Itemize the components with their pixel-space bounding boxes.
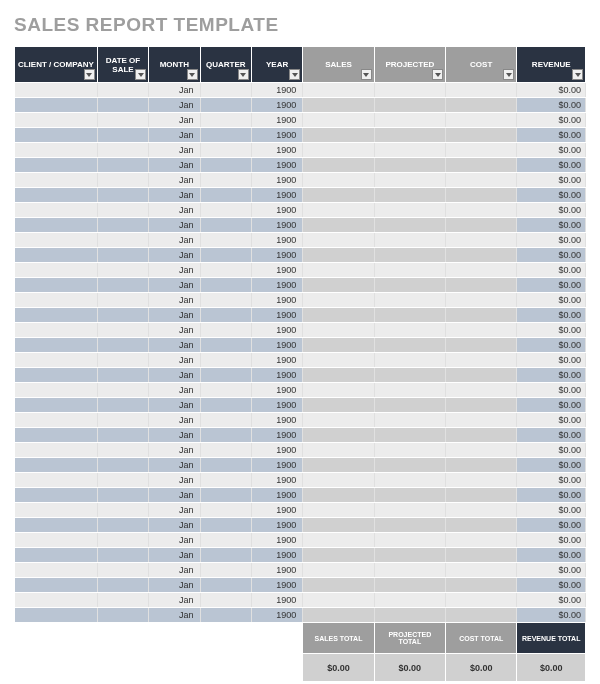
filter-icon[interactable] <box>135 69 146 80</box>
cell-month[interactable]: Jan <box>149 128 200 143</box>
cell-cost[interactable] <box>446 398 517 413</box>
cell-cost[interactable] <box>446 473 517 488</box>
cell-date[interactable] <box>97 128 148 143</box>
cell-quarter[interactable] <box>200 173 251 188</box>
cell-projected[interactable] <box>374 488 445 503</box>
cell-revenue[interactable]: $0.00 <box>517 218 586 233</box>
table-row[interactable]: Jan1900$0.00 <box>15 263 586 278</box>
cell-sales[interactable] <box>303 503 374 518</box>
cell-date[interactable] <box>97 503 148 518</box>
cell-revenue[interactable]: $0.00 <box>517 413 586 428</box>
table-row[interactable]: Jan1900$0.00 <box>15 533 586 548</box>
cell-quarter[interactable] <box>200 158 251 173</box>
cell-date[interactable] <box>97 323 148 338</box>
cell-projected[interactable] <box>374 368 445 383</box>
cell-projected[interactable] <box>374 383 445 398</box>
cell-revenue[interactable]: $0.00 <box>517 368 586 383</box>
cell-quarter[interactable] <box>200 203 251 218</box>
cell-revenue[interactable]: $0.00 <box>517 293 586 308</box>
cell-client[interactable] <box>15 233 98 248</box>
cell-cost[interactable] <box>446 608 517 623</box>
cell-sales[interactable] <box>303 173 374 188</box>
cell-revenue[interactable]: $0.00 <box>517 128 586 143</box>
cell-month[interactable]: Jan <box>149 548 200 563</box>
header-year[interactable]: YEAR <box>251 47 302 83</box>
cell-cost[interactable] <box>446 518 517 533</box>
cell-revenue[interactable]: $0.00 <box>517 548 586 563</box>
cell-date[interactable] <box>97 368 148 383</box>
cell-revenue[interactable]: $0.00 <box>517 98 586 113</box>
cell-sales[interactable] <box>303 308 374 323</box>
cell-sales[interactable] <box>303 248 374 263</box>
cell-year[interactable]: 1900 <box>251 233 302 248</box>
cell-year[interactable]: 1900 <box>251 143 302 158</box>
cell-projected[interactable] <box>374 308 445 323</box>
cell-cost[interactable] <box>446 338 517 353</box>
cell-sales[interactable] <box>303 518 374 533</box>
cell-client[interactable] <box>15 518 98 533</box>
cell-revenue[interactable]: $0.00 <box>517 203 586 218</box>
cell-projected[interactable] <box>374 473 445 488</box>
cell-month[interactable]: Jan <box>149 293 200 308</box>
table-row[interactable]: Jan1900$0.00 <box>15 503 586 518</box>
cell-cost[interactable] <box>446 578 517 593</box>
filter-icon[interactable] <box>187 69 198 80</box>
cell-year[interactable]: 1900 <box>251 308 302 323</box>
cell-revenue[interactable]: $0.00 <box>517 503 586 518</box>
cell-projected[interactable] <box>374 593 445 608</box>
cell-sales[interactable] <box>303 203 374 218</box>
cell-date[interactable] <box>97 248 148 263</box>
cell-quarter[interactable] <box>200 263 251 278</box>
cell-date[interactable] <box>97 518 148 533</box>
cell-year[interactable]: 1900 <box>251 428 302 443</box>
cell-year[interactable]: 1900 <box>251 218 302 233</box>
table-row[interactable]: Jan1900$0.00 <box>15 458 586 473</box>
cell-client[interactable] <box>15 608 98 623</box>
cell-cost[interactable] <box>446 83 517 98</box>
cell-sales[interactable] <box>303 188 374 203</box>
cell-client[interactable] <box>15 158 98 173</box>
cell-month[interactable]: Jan <box>149 458 200 473</box>
table-row[interactable]: Jan1900$0.00 <box>15 473 586 488</box>
cell-date[interactable] <box>97 473 148 488</box>
cell-year[interactable]: 1900 <box>251 338 302 353</box>
cell-quarter[interactable] <box>200 293 251 308</box>
cell-month[interactable]: Jan <box>149 593 200 608</box>
cell-quarter[interactable] <box>200 188 251 203</box>
table-row[interactable]: Jan1900$0.00 <box>15 548 586 563</box>
cell-quarter[interactable] <box>200 473 251 488</box>
cell-revenue[interactable]: $0.00 <box>517 593 586 608</box>
cell-quarter[interactable] <box>200 578 251 593</box>
cell-month[interactable]: Jan <box>149 383 200 398</box>
cell-quarter[interactable] <box>200 548 251 563</box>
cell-year[interactable]: 1900 <box>251 263 302 278</box>
cell-cost[interactable] <box>446 158 517 173</box>
cell-projected[interactable] <box>374 443 445 458</box>
table-row[interactable]: Jan1900$0.00 <box>15 173 586 188</box>
cell-projected[interactable] <box>374 413 445 428</box>
cell-client[interactable] <box>15 398 98 413</box>
cell-sales[interactable] <box>303 578 374 593</box>
cell-year[interactable]: 1900 <box>251 503 302 518</box>
cell-revenue[interactable]: $0.00 <box>517 533 586 548</box>
cell-year[interactable]: 1900 <box>251 203 302 218</box>
cell-month[interactable]: Jan <box>149 113 200 128</box>
table-row[interactable]: Jan1900$0.00 <box>15 188 586 203</box>
table-row[interactable]: Jan1900$0.00 <box>15 83 586 98</box>
cell-revenue[interactable]: $0.00 <box>517 488 586 503</box>
cell-year[interactable]: 1900 <box>251 458 302 473</box>
cell-quarter[interactable] <box>200 488 251 503</box>
cell-projected[interactable] <box>374 203 445 218</box>
cell-cost[interactable] <box>446 593 517 608</box>
cell-sales[interactable] <box>303 83 374 98</box>
cell-revenue[interactable]: $0.00 <box>517 458 586 473</box>
cell-sales[interactable] <box>303 458 374 473</box>
cell-year[interactable]: 1900 <box>251 128 302 143</box>
cell-cost[interactable] <box>446 563 517 578</box>
cell-sales[interactable] <box>303 158 374 173</box>
cell-client[interactable] <box>15 248 98 263</box>
cell-month[interactable]: Jan <box>149 533 200 548</box>
cell-year[interactable]: 1900 <box>251 473 302 488</box>
cell-sales[interactable] <box>303 383 374 398</box>
cell-projected[interactable] <box>374 218 445 233</box>
